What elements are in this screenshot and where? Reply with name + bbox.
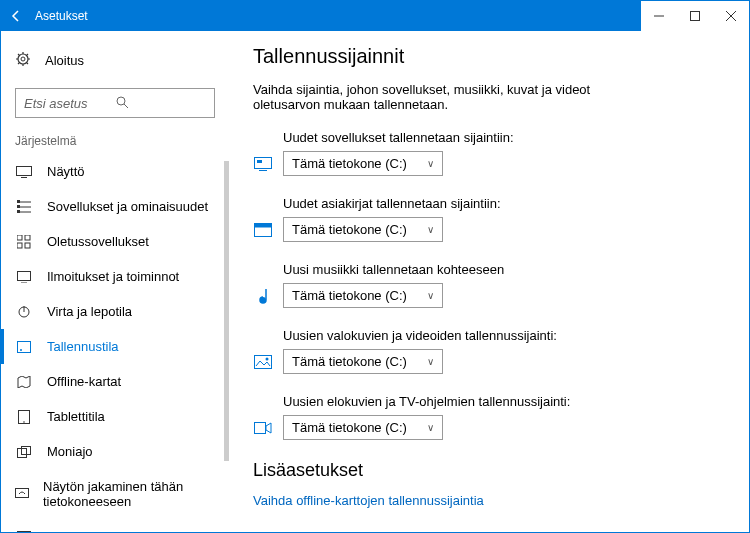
svg-rect-29 — [16, 489, 29, 498]
chevron-down-icon: ∨ — [427, 422, 434, 433]
main-content: Tallennussijainnit Vaihda sijaintia, joh… — [229, 31, 749, 532]
projecting-icon — [15, 488, 29, 500]
sidebar-item-label: Moniajo — [47, 444, 93, 459]
svg-rect-20 — [18, 271, 31, 280]
svg-point-4 — [18, 54, 28, 64]
maximize-button[interactable] — [677, 1, 713, 31]
sidebar-item-label: Tablettitila — [47, 409, 105, 424]
setting-photos: Uusien valokuvien ja videoiden tallennus… — [253, 328, 725, 374]
svg-point-6 — [117, 97, 125, 105]
sidebar-item-power[interactable]: Virta ja lepotila — [1, 294, 229, 329]
dropdown-value: Tämä tietokone (C:) — [292, 420, 407, 435]
svg-rect-15 — [17, 210, 20, 213]
svg-rect-33 — [257, 160, 262, 163]
sidebar-item-tablet[interactable]: Tablettitila — [1, 399, 229, 434]
default-apps-icon — [15, 235, 33, 249]
svg-rect-16 — [17, 235, 22, 240]
svg-rect-40 — [255, 422, 266, 433]
home-link[interactable]: Aloitus — [1, 43, 229, 78]
sidebar-item-label: Oletussovellukset — [47, 234, 149, 249]
sidebar-item-label: Offline-kartat — [47, 374, 121, 389]
dropdown-value: Tämä tietokone (C:) — [292, 156, 407, 171]
offline-maps-link[interactable]: Vaihda offline-karttojen tallennussijain… — [253, 493, 725, 508]
dropdown-value: Tämä tietokone (C:) — [292, 222, 407, 237]
multitask-icon — [15, 446, 33, 458]
power-icon — [15, 305, 33, 319]
svg-rect-19 — [25, 243, 30, 248]
sidebar-item-default-apps[interactable]: Oletussovellukset — [1, 224, 229, 259]
tablet-icon — [15, 410, 33, 424]
movies-location-dropdown[interactable]: Tämä tietokone (C:) ∨ — [283, 415, 443, 440]
setting-documents: Uudet asiakirjat tallennetaan sijaintiin… — [253, 196, 725, 242]
sidebar-item-label: Virta ja lepotila — [47, 304, 132, 319]
sidebar-item-label: Näyttö — [47, 164, 85, 179]
sidebar-item-label: Sivustojen sovellukset — [47, 529, 175, 533]
apps-location-dropdown[interactable]: Tämä tietokone (C:) ∨ — [283, 151, 443, 176]
svg-rect-17 — [25, 235, 30, 240]
storage-icon — [15, 341, 33, 353]
window-controls — [641, 1, 749, 31]
search-icon — [115, 95, 206, 112]
svg-rect-23 — [18, 341, 31, 352]
music-location-dropdown[interactable]: Tämä tietokone (C:) ∨ — [283, 283, 443, 308]
sidebar-item-notifications[interactable]: Ilmoitukset ja toiminnot — [1, 259, 229, 294]
page-title: Tallennussijainnit — [253, 45, 725, 68]
sidebar-item-display[interactable]: Näyttö — [1, 154, 229, 189]
apps-save-icon — [253, 157, 273, 171]
scrollbar[interactable] — [224, 161, 229, 461]
category-label: Järjestelmä — [1, 134, 229, 154]
setting-music: Uusi musiikki tallennetaan kohteeseen Tä… — [253, 262, 725, 308]
search-placeholder: Etsi asetus — [24, 96, 115, 111]
sidebar-item-multitask[interactable]: Moniajo — [1, 434, 229, 469]
svg-rect-14 — [17, 205, 20, 208]
display-icon — [15, 166, 33, 178]
setting-label: Uusien valokuvien ja videoiden tallennus… — [253, 328, 725, 343]
sidebar-item-label: Tallennustila — [47, 339, 119, 354]
sidebar-item-label: Sovellukset ja ominaisuudet — [47, 199, 208, 214]
close-button[interactable] — [713, 1, 749, 31]
chevron-down-icon: ∨ — [427, 356, 434, 367]
svg-rect-36 — [255, 223, 272, 227]
photos-save-icon — [253, 355, 273, 369]
svg-point-39 — [266, 357, 269, 360]
sidebar-item-storage[interactable]: Tallennustila — [1, 329, 229, 364]
maps-icon — [15, 376, 33, 388]
chevron-down-icon: ∨ — [427, 158, 434, 169]
dropdown-value: Tämä tietokone (C:) — [292, 354, 407, 369]
svg-rect-38 — [255, 355, 272, 368]
svg-line-7 — [124, 104, 128, 108]
window-title: Asetukset — [35, 9, 641, 23]
sidebar-item-projecting[interactable]: Näytön jakaminen tähän tietokoneeseen — [1, 469, 229, 519]
documents-location-dropdown[interactable]: Tämä tietokone (C:) ∨ — [283, 217, 443, 242]
setting-label: Uusien elokuvien ja TV-ohjelmien tallenn… — [253, 394, 725, 409]
sidebar: Aloitus Etsi asetus Järjestelmä Näyttö S… — [1, 31, 229, 532]
svg-point-24 — [20, 349, 22, 351]
chevron-down-icon: ∨ — [427, 290, 434, 301]
dropdown-value: Tämä tietokone (C:) — [292, 288, 407, 303]
search-input[interactable]: Etsi asetus — [15, 88, 215, 118]
svg-rect-13 — [17, 200, 20, 203]
svg-point-26 — [23, 421, 25, 423]
gear-icon — [15, 51, 31, 70]
setting-label: Uudet sovellukset tallennetaan sijaintii… — [253, 130, 725, 145]
photos-location-dropdown[interactable]: Tämä tietokone (C:) ∨ — [283, 349, 443, 374]
titlebar: Asetukset — [1, 1, 749, 31]
page-description: Vaihda sijaintia, johon sovellukset, mus… — [253, 82, 633, 112]
svg-point-5 — [21, 57, 25, 61]
music-save-icon — [253, 287, 273, 305]
sidebar-item-apps[interactable]: Sovellukset ja ominaisuudet — [1, 189, 229, 224]
sidebar-item-website-apps[interactable]: Sivustojen sovellukset — [1, 519, 229, 533]
minimize-button[interactable] — [641, 1, 677, 31]
home-label: Aloitus — [45, 53, 84, 68]
notifications-icon — [15, 271, 33, 283]
setting-movies: Uusien elokuvien ja TV-ohjelmien tallenn… — [253, 394, 725, 440]
sidebar-item-label: Ilmoitukset ja toiminnot — [47, 269, 179, 284]
back-button[interactable] — [1, 1, 31, 31]
sidebar-item-offline-maps[interactable]: Offline-kartat — [1, 364, 229, 399]
setting-apps: Uudet sovellukset tallennetaan sijaintii… — [253, 130, 725, 176]
movies-save-icon — [253, 422, 273, 434]
svg-rect-8 — [17, 166, 32, 175]
sidebar-item-label: Näytön jakaminen tähän tietokoneeseen — [43, 479, 215, 509]
apps-icon — [15, 200, 33, 214]
setting-label: Uudet asiakirjat tallennetaan sijaintiin… — [253, 196, 725, 211]
